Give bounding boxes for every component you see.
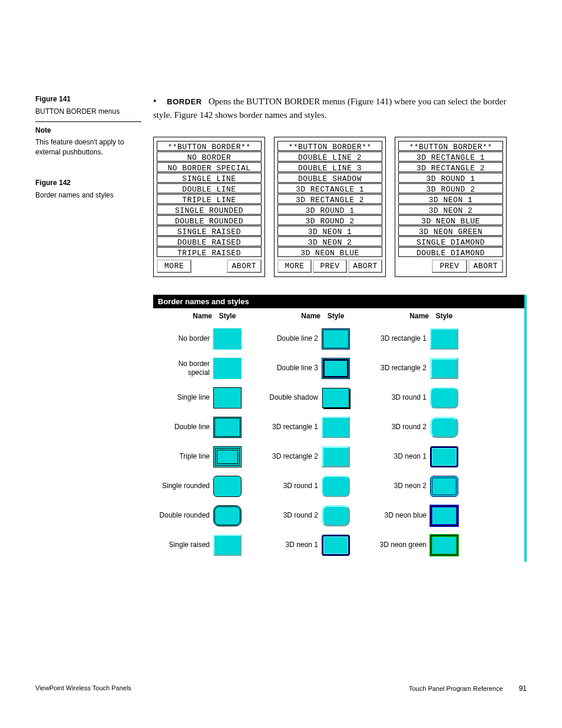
- menu-item[interactable]: NO BORDER SPECIAL: [157, 162, 262, 172]
- style-swatch: [430, 446, 458, 467]
- bullet-dot: •: [153, 96, 157, 106]
- style-swatch: [322, 358, 350, 379]
- col-name: Name: [370, 312, 429, 320]
- menu-item[interactable]: DOUBLE ROUNDED: [157, 215, 262, 225]
- menu-box-1: **BUTTON BORDER** NO BORDERNO BORDER SPE…: [153, 137, 265, 277]
- style-swatch: [430, 328, 458, 350]
- menu-item[interactable]: NO BORDER: [157, 151, 262, 162]
- style-name: 3D neon blue: [370, 511, 429, 519]
- menu-item[interactable]: 3D RECTANGLE 2: [277, 194, 382, 204]
- col-style: Style: [212, 312, 243, 320]
- menu-item[interactable]: 3D ROUND 1: [398, 173, 503, 183]
- menu-item[interactable]: DOUBLE SHADOW: [277, 173, 382, 183]
- menu-item[interactable]: 3D RECTANGLE 1: [277, 183, 382, 193]
- style-swatch: [213, 446, 242, 467]
- style-name: 3D rectangle 2: [370, 364, 429, 372]
- menu-item[interactable]: 3D NEON BLUE: [398, 215, 503, 225]
- style-name: Double shadow: [262, 393, 320, 401]
- menu-item[interactable]: DOUBLE DIAMOND: [398, 247, 503, 257]
- abort-button[interactable]: ABORT: [227, 259, 262, 273]
- prev-button[interactable]: PREV: [313, 259, 347, 273]
- fig142-label: Figure 142: [35, 178, 141, 188]
- note-text: This feature doesn't apply to external p…: [35, 137, 141, 157]
- style-name: 3D rectangle 1: [370, 334, 429, 342]
- style-swatch: [430, 358, 458, 379]
- menu-item[interactable]: 3D ROUND 1: [277, 205, 382, 215]
- col-style: Style: [320, 312, 351, 320]
- style-swatch: [322, 417, 350, 438]
- menu-item[interactable]: DOUBLE LINE: [157, 183, 262, 193]
- bullet-paragraph: • BORDER Opens the BUTTON BORDER menus (…: [153, 94, 527, 122]
- menu-item[interactable]: DOUBLE LINE 2: [277, 151, 382, 162]
- col-name: Name: [159, 312, 212, 320]
- style-name: 3D neon 2: [370, 482, 429, 490]
- menu-title: **BUTTON BORDER**: [157, 141, 262, 151]
- style-swatch: [322, 446, 350, 467]
- menu-title: **BUTTON BORDER**: [277, 141, 382, 151]
- menu-title: **BUTTON BORDER**: [398, 141, 503, 151]
- style-name: 3D rectangle 1: [262, 423, 320, 431]
- menu-item[interactable]: 3D NEON 1: [277, 226, 382, 236]
- menu-item[interactable]: 3D RECTANGLE 2: [398, 162, 503, 172]
- style-name: Double line 2: [262, 334, 320, 342]
- menu-figures: **BUTTON BORDER** NO BORDERNO BORDER SPE…: [153, 137, 527, 277]
- style-swatch: [430, 387, 458, 409]
- style-name: Single raised: [159, 541, 212, 549]
- style-name: 3D rectangle 2: [262, 452, 320, 460]
- menu-box-2: **BUTTON BORDER** DOUBLE LINE 2DOUBLE LI…: [274, 137, 386, 277]
- page: Figure 141 BUTTON BORDER menus Note This…: [0, 0, 562, 728]
- footer-left: ViewPoint Wireless Touch Panels: [35, 684, 131, 693]
- menu-box-3: **BUTTON BORDER** 3D RECTANGLE 13D RECTA…: [395, 137, 507, 277]
- abort-button[interactable]: ABORT: [468, 259, 503, 273]
- menu-item[interactable]: TRIPLE LINE: [157, 194, 262, 204]
- style-name: Single rounded: [159, 482, 212, 490]
- style-name: 3D neon green: [370, 541, 429, 549]
- menu-item[interactable]: 3D ROUND 2: [277, 215, 382, 225]
- menu-item[interactable]: SINGLE LINE: [157, 173, 262, 183]
- menu-item[interactable]: TRIPLE RAISED: [157, 247, 262, 257]
- style-name: Single line: [159, 393, 212, 401]
- menu-item[interactable]: 3D NEON BLUE: [277, 247, 382, 257]
- fig141-block: Figure 141 BUTTON BORDER menus Note This…: [35, 94, 141, 157]
- bullet-text: Opens the BUTTON BORDER menus (Figure 14…: [153, 97, 506, 120]
- menu-item[interactable]: 3D NEON GREEN: [398, 226, 503, 236]
- fig142-caption: Border names and styles: [35, 190, 141, 200]
- style-name: 3D neon 1: [262, 541, 320, 549]
- content: Figure 141 BUTTON BORDER menus Note This…: [35, 35, 527, 562]
- abort-button[interactable]: ABORT: [348, 259, 382, 273]
- style-name: 3D neon 1: [370, 452, 429, 460]
- style-swatch: [322, 535, 350, 556]
- menu-item[interactable]: DOUBLE RAISED: [157, 236, 262, 246]
- style-swatch: [430, 535, 458, 556]
- menu-item[interactable]: 3D RECTANGLE 1: [398, 151, 503, 162]
- menu-item[interactable]: 3D NEON 2: [277, 236, 382, 246]
- more-button[interactable]: MORE: [157, 259, 191, 273]
- style-name: Double line: [159, 423, 212, 431]
- style-name: Double line 3: [262, 364, 320, 372]
- menu-item[interactable]: SINGLE ROUNDED: [157, 205, 262, 215]
- style-swatch: [213, 387, 242, 409]
- style-name: 3D round 1: [262, 482, 320, 490]
- menu-item[interactable]: SINGLE DIAMOND: [398, 236, 503, 246]
- prev-button[interactable]: PREV: [432, 259, 467, 273]
- style-swatch: [213, 358, 242, 379]
- more-button[interactable]: MORE: [277, 259, 312, 273]
- footer: ViewPoint Wireless Touch Panels Touch Pa…: [35, 684, 527, 693]
- spacer: [398, 259, 431, 273]
- style-name: 3D round 2: [370, 423, 429, 431]
- note-label: Note: [35, 126, 141, 136]
- style-swatch: [213, 505, 242, 526]
- footer-right: Touch Panel Program Reference 91: [409, 684, 527, 693]
- menu-item[interactable]: 3D NEON 2: [398, 205, 503, 215]
- menu-item[interactable]: 3D ROUND 2: [398, 183, 503, 193]
- styles-table: Name Style Name Style Name Style No bord…: [153, 308, 527, 562]
- style-swatch: [213, 417, 242, 438]
- style-swatch: [430, 476, 458, 497]
- style-swatch: [322, 505, 350, 526]
- menu-item[interactable]: 3D NEON 1: [398, 194, 503, 204]
- menu-item[interactable]: SINGLE RAISED: [157, 226, 262, 236]
- menu-item[interactable]: DOUBLE LINE 3: [277, 162, 382, 172]
- fig141-label: Figure 141: [35, 94, 141, 104]
- style-swatch: [213, 476, 242, 497]
- styles-table-header: Border names and styles: [153, 295, 527, 308]
